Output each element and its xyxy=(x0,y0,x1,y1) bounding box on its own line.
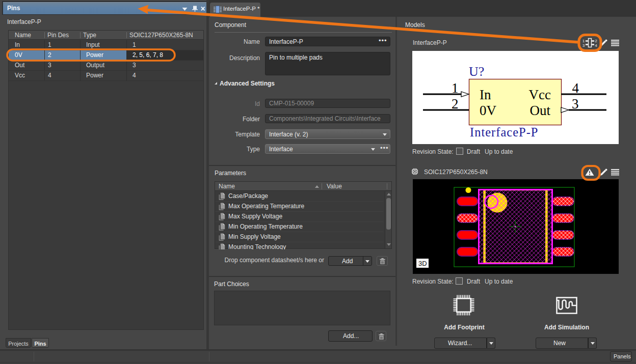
svg-text:2: 2 xyxy=(595,39,597,43)
svg-text:3: 3 xyxy=(572,96,579,111)
svg-text:U?: U? xyxy=(469,64,484,79)
svg-text:0V: 0V xyxy=(480,103,497,118)
svg-text:4: 4 xyxy=(572,80,579,96)
svg-text:Out: Out xyxy=(530,103,551,118)
svg-text:4: 4 xyxy=(595,43,597,48)
svg-text:1: 1 xyxy=(452,80,459,96)
svg-text:Vcc: Vcc xyxy=(529,87,551,102)
svg-text:1: 1 xyxy=(582,39,585,43)
svg-text:In: In xyxy=(480,87,491,102)
svg-text:3: 3 xyxy=(582,43,585,48)
svg-text:InterfaceP-P: InterfaceP-P xyxy=(470,125,538,139)
svg-text:3D: 3D xyxy=(418,260,427,267)
svg-text:2: 2 xyxy=(452,96,459,111)
